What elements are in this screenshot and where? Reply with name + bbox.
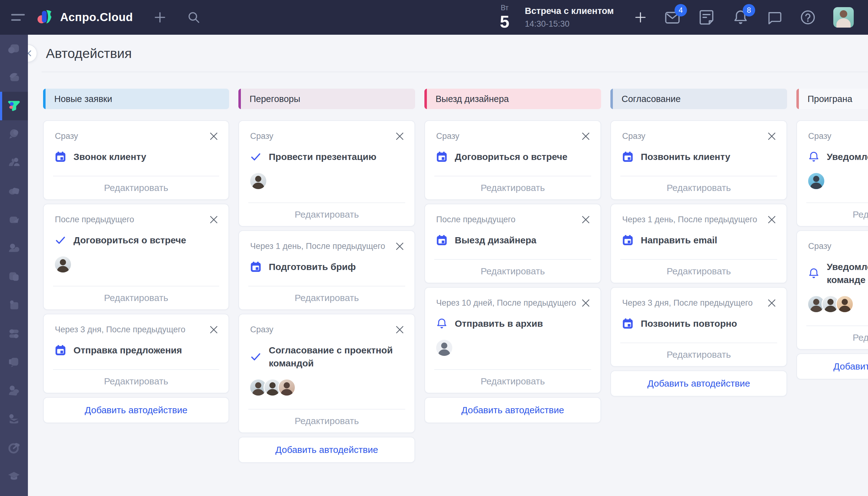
check-icon [250,351,261,362]
close-icon[interactable] [582,215,590,224]
edit-button[interactable]: Редактировать [806,326,868,349]
close-icon[interactable] [582,132,590,140]
column-title: Новые заявки [54,94,112,104]
user-avatar[interactable] [833,7,854,28]
column-header[interactable]: Выезд дизайнера [424,89,601,109]
edit-button[interactable]: Редактировать [620,259,777,283]
autoaction-card: Сразу Звонок клиенту Редактировать [43,120,229,200]
close-icon[interactable] [210,132,218,140]
close-icon[interactable] [768,132,776,140]
notes-icon[interactable] [698,9,715,26]
close-icon[interactable] [210,215,218,224]
sidebar-item-6[interactable] [0,177,28,206]
edit-button[interactable]: Редактировать [620,176,777,199]
close-icon[interactable] [582,299,590,307]
autoaction-card: Сразу Уведомление команде Редактировать [796,230,868,350]
column-lost: Проиграна Сразу Уведомление Редактироват… [796,89,868,379]
app-window: Аспро.Cloud Вт 5 Встреча с клиентом 14:3… [0,0,868,496]
app-icon [7,440,21,456]
notification-badge: 8 [743,4,755,16]
edit-button[interactable]: Редактировать [53,369,219,393]
close-page-button[interactable] [28,44,37,62]
edit-button[interactable]: Редактировать [806,202,868,226]
edit-button[interactable]: Редактировать [434,176,591,199]
add-autoaction-button[interactable]: Добавить автодействие [238,437,415,463]
bell-icon[interactable]: 8 [732,9,749,26]
edit-button[interactable]: Редактировать [53,176,219,199]
app-icon [7,155,21,171]
calendar-date[interactable]: Вт 5 [500,4,509,30]
calendar-icon [55,345,66,356]
card-action: Позвонить повторно [641,317,737,330]
assignee-avatars [425,330,601,357]
sidebar-item-14[interactable] [0,405,28,434]
calendar-icon [250,261,261,273]
edit-button[interactable]: Редактировать [434,259,591,283]
sidebar-item-crm[interactable] [0,92,28,120]
card-action: Направить email [641,234,717,247]
sidebar-item-8[interactable] [0,234,28,263]
avatar [807,172,825,190]
card-action: Выезд дизайнера [455,234,536,247]
add-autoaction-button[interactable]: Добавить автодействие [610,370,787,397]
add-autoaction-button[interactable]: Добавить автодействие [796,353,868,379]
sidebar-item-12[interactable] [0,348,28,377]
weekday-label: Вт [500,4,509,12]
mail-icon[interactable]: 4 [664,9,681,26]
column-header[interactable]: Новые заявки [43,89,229,109]
main-content: Автодействия Новые заявки Сразу Звонок к… [28,35,868,496]
chat-icon[interactable] [766,9,782,26]
sidebar-item-15[interactable] [0,434,28,463]
day-number: 5 [500,13,509,30]
sidebar-item-9[interactable] [0,263,28,291]
avatar [836,295,854,313]
search-icon[interactable] [187,11,201,24]
close-icon[interactable] [396,132,404,140]
card-condition: Через 10 дней, После предыдущего [436,298,582,308]
menu-icon[interactable] [11,14,25,21]
close-icon[interactable] [210,326,218,334]
calendar-icon [436,151,447,162]
edit-button[interactable]: Редактировать [53,286,219,309]
card-action: Уведомление команде [827,260,868,286]
column-header[interactable]: Переговоры [238,89,415,109]
edit-button[interactable]: Редактировать [248,286,405,309]
sidebar-item-10[interactable] [0,291,28,320]
add-event-icon[interactable] [634,11,647,24]
card-action: Согласование с проектной командой [269,344,403,370]
app-icon [7,184,21,199]
edit-button[interactable]: Редактировать [248,202,405,226]
close-icon[interactable] [396,326,404,334]
sidebar-item-11[interactable] [0,320,28,348]
card-action: Позвонить клиенту [641,150,730,164]
column-header[interactable]: Согласование [610,89,787,109]
card-condition: После предыдущего [436,215,582,224]
sidebar-item-7[interactable] [0,206,28,234]
edit-button[interactable]: Редактировать [248,409,405,432]
close-icon[interactable] [768,215,776,224]
avatar-placeholder [435,339,453,357]
close-icon[interactable] [396,242,404,250]
sidebar-item-1[interactable] [0,35,28,63]
app-icon [7,70,21,85]
edit-button[interactable]: Редактировать [434,369,591,393]
logo[interactable]: Аспро.Cloud [36,9,133,26]
sidebar-item-4[interactable] [0,120,28,149]
column-header[interactable]: Проиграна [796,89,868,109]
sidebar-item-2[interactable] [0,63,28,92]
create-button[interactable] [153,11,167,24]
edit-button[interactable]: Редактировать [620,343,777,366]
calendar-event[interactable]: Встреча с клиентом 14:30-15:30 [525,5,614,29]
column-negotiations: Переговоры Сразу Провести презентацию Ре… [238,89,415,463]
help-icon[interactable] [800,9,816,26]
sidebar-item-5[interactable] [0,149,28,177]
add-autoaction-button[interactable]: Добавить автодействие [424,397,601,423]
logo-text: Аспро.Cloud [60,11,133,24]
calendar-icon [622,151,633,162]
add-autoaction-button[interactable]: Добавить автодействие [43,397,229,423]
sidebar-item-16[interactable] [0,463,28,491]
close-icon[interactable] [768,299,776,307]
column-designer-visit: Выезд дизайнера Сразу Договориться о вст… [424,89,601,423]
sidebar-item-13[interactable] [0,377,28,405]
autoaction-card: Сразу Договориться о встрече Редактирова… [424,120,601,200]
